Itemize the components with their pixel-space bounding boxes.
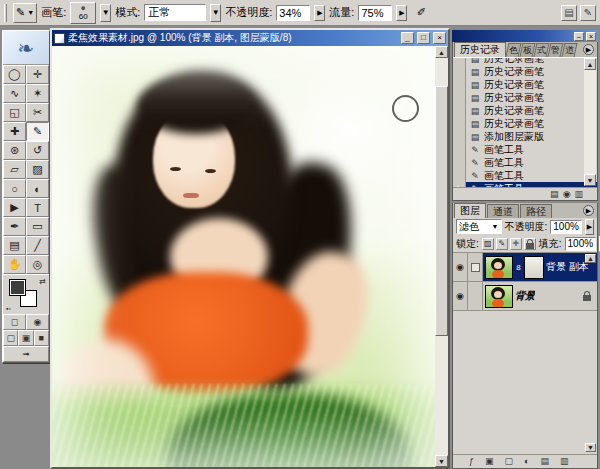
dodge-tool-icon[interactable]: ◐ bbox=[26, 179, 49, 198]
blend-mode-select[interactable]: 正常 bbox=[144, 4, 206, 21]
swap-colors-icon[interactable]: ⇄ bbox=[39, 277, 46, 286]
delete-layer-icon[interactable]: ▥ bbox=[560, 456, 569, 467]
palette-menu-icon[interactable]: ▶ bbox=[583, 44, 594, 55]
document-titlebar[interactable]: 柔焦效果素材.jpg @ 100% (背景 副本, 图层蒙版/8) _ □ × bbox=[52, 30, 448, 46]
layer-opacity-input[interactable]: 100% bbox=[550, 220, 582, 234]
lock-position-icon[interactable]: ✛ bbox=[510, 238, 522, 250]
palette-well-brushes-icon[interactable]: ✎ bbox=[580, 5, 596, 21]
palette-menu-icon[interactable]: ▶ bbox=[583, 205, 594, 216]
new-layer-icon[interactable]: ▤ bbox=[540, 456, 549, 467]
history-source-checkbox[interactable] bbox=[453, 169, 466, 182]
brush-size-picker[interactable]: ● 60 bbox=[70, 2, 96, 24]
hand-tool-icon[interactable]: ✋ bbox=[3, 255, 26, 274]
document-vscrollbar[interactable]: ▲ ▼ bbox=[435, 46, 448, 467]
history-item[interactable]: ✎画笔工具 bbox=[453, 156, 597, 169]
marquee-tool-icon[interactable]: ◯ bbox=[3, 65, 26, 84]
canvas[interactable] bbox=[52, 46, 435, 467]
minimize-button[interactable]: _ bbox=[401, 32, 414, 44]
brush-picker-arrow[interactable]: ▼ bbox=[100, 4, 111, 22]
fill-input[interactable]: 100% bbox=[565, 237, 597, 251]
history-item[interactable]: ▤历史记录画笔 bbox=[453, 78, 597, 91]
quick-mask-mode-button[interactable]: ◉ bbox=[26, 314, 49, 330]
history-source-checkbox[interactable] bbox=[453, 57, 466, 65]
scroll-track[interactable] bbox=[435, 58, 448, 455]
default-colors-icon[interactable]: ▪▫ bbox=[6, 305, 11, 312]
scroll-up-icon[interactable]: ▲ bbox=[435, 46, 448, 58]
layer-thumbnail[interactable] bbox=[485, 285, 513, 308]
history-source-checkbox[interactable] bbox=[453, 130, 466, 143]
dock-close-button[interactable]: × bbox=[586, 32, 596, 41]
layer-row-main[interactable]: 8背景 副本 bbox=[483, 253, 597, 281]
scroll-up-icon[interactable]: ▲ bbox=[584, 58, 596, 70]
history-brush-tool-icon[interactable]: ↺ bbox=[26, 141, 49, 160]
scroll-down-icon[interactable]: ▼ bbox=[435, 455, 448, 467]
layer-thumbnail[interactable] bbox=[485, 256, 513, 279]
new-group-icon[interactable]: ▢ bbox=[505, 456, 514, 467]
dock-minimize-button[interactable]: – bbox=[574, 32, 584, 41]
lasso-tool-icon[interactable]: ∿ bbox=[3, 84, 26, 103]
layer-mask-thumbnail[interactable] bbox=[524, 256, 544, 279]
lock-pixels-icon[interactable]: ✎ bbox=[496, 238, 508, 250]
history-source-checkbox[interactable] bbox=[453, 143, 466, 156]
notes-tool-icon[interactable]: ▤ bbox=[3, 236, 26, 255]
eye-icon[interactable]: ◉ bbox=[453, 282, 468, 310]
opacity-slider-arrow[interactable]: ▶ bbox=[314, 5, 325, 21]
airbrush-toggle[interactable]: ✐ bbox=[411, 3, 431, 23]
scroll-down-icon[interactable]: ▼ bbox=[585, 443, 596, 452]
history-item[interactable]: ▤历史记录画笔 bbox=[453, 91, 597, 104]
tab-channels[interactable]: 通道 bbox=[487, 204, 519, 218]
tab-history[interactable]: 历史记录 bbox=[454, 42, 506, 57]
history-item[interactable]: ✎画笔工具 bbox=[453, 169, 597, 182]
tool-preset-button[interactable]: ✎ ▼ bbox=[13, 3, 37, 23]
brush-tool-icon[interactable]: ✎ bbox=[26, 122, 49, 141]
tab-paths[interactable]: 路径 bbox=[520, 204, 552, 218]
tab-layers[interactable]: 图层 bbox=[454, 203, 486, 218]
mask-edit-indicator[interactable] bbox=[468, 282, 483, 310]
crop-tool-icon[interactable]: ◱ bbox=[3, 103, 26, 122]
file-browser-icon[interactable]: ▤ bbox=[561, 5, 577, 21]
close-button[interactable]: × bbox=[433, 32, 446, 44]
screen-mode-button-1[interactable]: ▣ bbox=[18, 330, 33, 346]
screen-mode-button-2[interactable]: ■ bbox=[34, 330, 49, 346]
layer-row[interactable]: ◉背景 bbox=[453, 282, 597, 311]
mode-select-arrow[interactable]: ▼ bbox=[210, 4, 221, 22]
history-source-checkbox[interactable] bbox=[453, 65, 466, 78]
healing-brush-tool-icon[interactable]: ✚ bbox=[3, 122, 26, 141]
history-item[interactable]: ▤添加图层蒙版 bbox=[453, 130, 597, 143]
new-snapshot-icon[interactable]: ◉ bbox=[563, 189, 571, 200]
options-grip[interactable] bbox=[4, 4, 7, 22]
adjustment-layer-icon[interactable]: ◐ bbox=[524, 456, 529, 467]
scroll-down-icon[interactable]: ▼ bbox=[584, 174, 596, 186]
restore-button[interactable]: □ bbox=[417, 32, 430, 44]
shape-tool-icon[interactable]: ▭ bbox=[26, 217, 49, 236]
jump-to-imageready-button[interactable]: ➟ bbox=[3, 346, 49, 362]
blur-tool-icon[interactable]: ○ bbox=[3, 179, 26, 198]
magic-wand-tool-icon[interactable]: ✶ bbox=[26, 84, 49, 103]
eye-icon[interactable]: ◉ bbox=[453, 253, 468, 281]
type-tool-icon[interactable]: T bbox=[26, 198, 49, 217]
eyedropper-tool-icon[interactable]: ╱ bbox=[26, 236, 49, 255]
slice-tool-icon[interactable]: ✂ bbox=[26, 103, 49, 122]
clone-stamp-tool-icon[interactable]: ⊛ bbox=[3, 141, 26, 160]
flow-slider-arrow[interactable]: ▶ bbox=[396, 5, 407, 21]
mask-edit-indicator[interactable] bbox=[468, 253, 483, 281]
layer-row-main[interactable]: 背景 bbox=[483, 282, 597, 310]
scroll-thumb[interactable] bbox=[435, 86, 448, 336]
foreground-color-swatch[interactable] bbox=[9, 279, 26, 296]
standard-mode-button[interactable]: ◻ bbox=[3, 314, 26, 330]
dock-titlebar[interactable]: – × bbox=[452, 30, 598, 42]
path-select-tool-icon[interactable]: ▶ bbox=[3, 198, 26, 217]
history-item[interactable]: ▤历史记录画笔 bbox=[453, 104, 597, 117]
layer-opacity-arrow[interactable]: ▶ bbox=[585, 219, 594, 235]
lock-transparency-icon[interactable]: ▨ bbox=[482, 238, 494, 250]
opacity-input[interactable]: 34% bbox=[276, 5, 310, 21]
history-source-checkbox[interactable] bbox=[453, 156, 466, 169]
history-scrollbar[interactable]: ▲ ▼ bbox=[584, 58, 596, 186]
delete-state-icon[interactable]: ▥ bbox=[574, 189, 583, 200]
history-item[interactable]: ▤历史记录画笔 bbox=[453, 65, 597, 78]
history-item[interactable]: ▤历史记录画笔 bbox=[453, 117, 597, 130]
layer-blend-select[interactable]: 滤色 ▼ bbox=[456, 219, 502, 234]
history-source-checkbox[interactable]: ▸ bbox=[453, 182, 466, 187]
history-side-tab-4[interactable]: 道 bbox=[562, 43, 578, 57]
new-document-from-state-icon[interactable]: ▤ bbox=[550, 189, 559, 200]
